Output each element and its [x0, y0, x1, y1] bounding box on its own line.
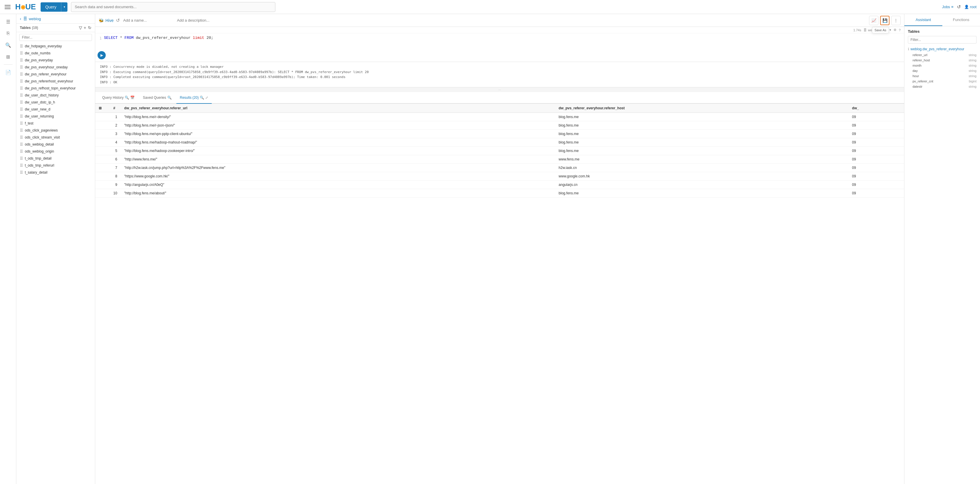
table-item[interactable]: ☰t_ods_tmp_detail: [16, 155, 95, 162]
tables-label: Tables: [20, 26, 31, 30]
tables-filter-input[interactable]: [19, 34, 92, 41]
row-grid-icon[interactable]: ⊞: [99, 115, 102, 119]
keyword-from: FROM: [124, 36, 134, 40]
table-item[interactable]: ☰t_salary_detail: [16, 169, 95, 176]
table-item[interactable]: ☰dw_hotpages_everyday: [16, 43, 95, 50]
code-content[interactable]: SELECT * FROM dw_pvs_referer_everyhour l…: [104, 36, 904, 54]
run-button[interactable]: ▶: [97, 51, 106, 59]
log-more[interactable]: ···: [95, 87, 904, 92]
table-name: dw_pvs_referer_everyhour: [25, 72, 67, 76]
table-item[interactable]: ☰ods_weblog_detail: [16, 141, 95, 148]
row-expand-icon[interactable]: ⬇: [103, 132, 106, 136]
tables-count: (19): [32, 26, 38, 30]
row-grid-icon[interactable]: ⊞: [99, 166, 102, 170]
row-grid-icon[interactable]: ⊞: [99, 191, 102, 195]
row-grid-icon[interactable]: ⊞: [99, 174, 102, 178]
table-item[interactable]: ☰ods_click_pageviews: [16, 127, 95, 134]
save-as-tooltip: Save As: [872, 27, 889, 33]
row-grid-icon[interactable]: ⊞: [99, 157, 102, 161]
table-item[interactable]: ☰dw_user_dsct_history: [16, 92, 95, 99]
row-grid-icon[interactable]: ⊞: [99, 140, 102, 144]
row-expand-icon[interactable]: ⬇: [103, 140, 106, 144]
table-icon: ☰: [20, 58, 23, 62]
table-item[interactable]: ☰dw_user_returning: [16, 113, 95, 120]
row-url: "http://blog.fens.me/vpn-pptp-client-ubu…: [121, 130, 555, 138]
col-referer-host: dw_pvs_referer_everyhour.referer_host: [555, 104, 849, 113]
table-item[interactable]: ☰dw_pvs_refererhost_everyhour: [16, 78, 95, 85]
table-item[interactable]: ☰ods_click_stream_visit: [16, 134, 95, 141]
left-icon-copy[interactable]: ⎘: [3, 28, 13, 38]
query-button-label[interactable]: Query: [41, 2, 61, 12]
help-icon[interactable]: ?: [899, 28, 900, 32]
row-grid-icon[interactable]: ⊞: [99, 132, 102, 136]
table-item[interactable]: ☰dw_user_dstc_ip_h: [16, 99, 95, 106]
db-table-item[interactable]: ℹ weblog.dw_pvs_referer_everyhour: [908, 46, 977, 52]
chart-button[interactable]: 📈: [869, 16, 878, 25]
more-options-button[interactable]: ⋮: [891, 16, 900, 25]
table-item[interactable]: ☰dw_pvs_refhost_topn_everyhour: [16, 85, 95, 92]
editor-history-icon[interactable]: ↺: [116, 18, 120, 23]
row-expand-icon[interactable]: ⬇: [103, 191, 106, 195]
query-name-input[interactable]: [122, 17, 173, 24]
results-expand-icon: ⤢: [205, 96, 208, 100]
table-row: ⊞ ⬇ 7 "http://h2w.iask.cn/jump.php?url=h…: [95, 164, 904, 172]
left-icon-layout[interactable]: ☰: [3, 16, 13, 27]
row-number: 10: [110, 189, 121, 198]
tab-assistant[interactable]: Assistant: [904, 14, 942, 26]
jobs-link[interactable]: Jobs ≡: [942, 5, 953, 9]
search-input[interactable]: [71, 2, 275, 12]
query-dropdown-arrow[interactable]: ▾: [61, 2, 67, 12]
table-item[interactable]: ☰dw_pvs_referer_everyhour: [16, 71, 95, 78]
table-name: ods_weblog_detail: [25, 142, 54, 147]
table-item[interactable]: ☰ods_weblog_origin: [16, 148, 95, 155]
code-limit-val: 20;: [207, 36, 213, 40]
left-icon-grid[interactable]: ⊞: [3, 51, 13, 62]
query-history-search-icon: 🔍: [125, 96, 129, 100]
add-table-icon[interactable]: +: [84, 26, 86, 30]
row-expand-icon[interactable]: ⬇: [103, 157, 106, 161]
table-icon: ☰: [20, 100, 23, 104]
query-button[interactable]: Query ▾: [41, 2, 67, 12]
user-icon[interactable]: 👤 root: [964, 5, 977, 9]
table-row: ⊞ ⬇ 3 "http://blog.fens.me/vpn-pptp-clie…: [95, 130, 904, 138]
hive-label: Hive: [105, 18, 114, 23]
tab-results[interactable]: Results (20) 🔍 ⤢: [177, 92, 212, 104]
row-expand-icon[interactable]: ⬇: [103, 166, 106, 170]
row-grid-icon[interactable]: ⊞: [99, 183, 102, 187]
table-item[interactable]: ☰dw_pvs_everyday: [16, 57, 95, 64]
row-expand-icon[interactable]: ⬇: [103, 123, 106, 128]
row-expand-icon[interactable]: ⬇: [103, 174, 106, 178]
row-grid-icon[interactable]: ⊞: [99, 123, 102, 128]
refresh-tables-icon[interactable]: ↻: [88, 26, 91, 30]
row-expand-icon[interactable]: ⬇: [103, 183, 106, 187]
history-icon[interactable]: ↺: [957, 4, 961, 10]
left-icon-search[interactable]: 🔍: [3, 40, 13, 50]
filter-tables-icon[interactable]: ▽: [79, 26, 82, 30]
settings-icon[interactable]: ⚙: [894, 28, 896, 32]
hamburger-icon[interactable]: [3, 4, 12, 10]
row-expand-icon[interactable]: ⬇: [103, 149, 106, 153]
toolbar-right: 📈 💾 Save As ⋮: [869, 16, 900, 25]
table-item[interactable]: ☰t_ods_tmp_referurl: [16, 162, 95, 169]
tab-query-history[interactable]: Query History 🔍 📅: [99, 92, 138, 104]
table-item[interactable]: ☰dw_user_new_d: [16, 106, 95, 113]
query-desc-input[interactable]: [176, 17, 867, 24]
execution-time: 1.74s: [853, 28, 861, 32]
col-tools: ⊞: [95, 104, 110, 113]
row-expand-icon[interactable]: ⬇: [103, 115, 106, 119]
tab-functions[interactable]: Functions: [942, 14, 980, 26]
row-host: blog.fens.me: [555, 121, 849, 130]
right-filter-input[interactable]: [908, 36, 977, 43]
right-panel: Assistant Functions Tables ℹ weblog.dw_p…: [904, 14, 980, 484]
row-grid-icon[interactable]: ⊞: [99, 149, 102, 153]
table-item[interactable]: ☰dw_pvs_everyhour_oneday: [16, 64, 95, 71]
grid-icon[interactable]: ⊞: [99, 106, 102, 110]
tab-saved-queries[interactable]: Saved Queries 🔍: [139, 92, 175, 104]
row-dw: 09: [849, 113, 904, 121]
format-dropdown-icon[interactable]: ▾: [889, 28, 891, 32]
left-icon-doc[interactable]: 📄: [3, 67, 13, 77]
left-panel-header[interactable]: ‹ 🗄 weblog: [16, 14, 95, 24]
save-as-button[interactable]: 💾 Save As: [880, 16, 889, 25]
table-item[interactable]: ☰f_test: [16, 120, 95, 127]
table-item[interactable]: ☰dw_oute_numbs: [16, 50, 95, 57]
